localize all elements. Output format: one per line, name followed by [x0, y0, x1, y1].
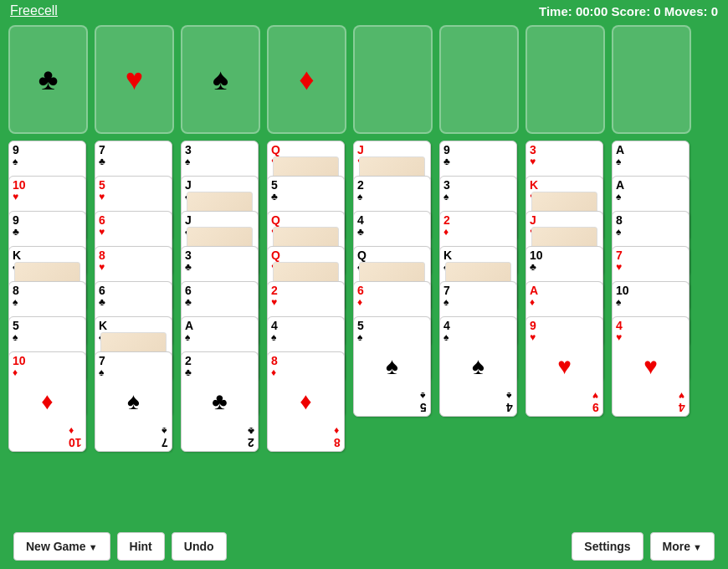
table-card[interactable]: ♠5♠5♠	[353, 316, 431, 417]
column-7: ♥3♥3♥👑K♥K♥♞J♥J♥♣10♣10♣♦A♦A♦♥9♥9♥	[525, 141, 605, 452]
undo-button[interactable]: Undo	[172, 532, 227, 561]
table-card[interactable]: ♥4♥4♥	[612, 316, 690, 417]
freecell-2[interactable]: ♥	[95, 25, 174, 134]
table-card[interactable]: ♠7♠7♠	[95, 351, 172, 452]
table-card[interactable]: ♠4♠4♠	[439, 316, 517, 417]
table-card[interactable]: ♥9♥9♥	[525, 316, 603, 417]
column-1: ♠9♠9♠♥10♥10♥♣9♣9♣👑K♣K♣♠8♠8♠♠5♠5♠♦10♦10♦	[8, 141, 88, 452]
foundation-2[interactable]	[439, 25, 519, 134]
tableau: ♠9♠9♠♥10♥10♥♣9♣9♣👑K♣K♣♠8♠8♠♠5♠5♠♦10♦10♦♣…	[8, 141, 720, 452]
bottom-bar: New Game Hint Undo Settings More	[0, 523, 728, 569]
column-8: ♠A♠A♠♠A♠A♠♠8♠8♠♥7♥7♥♠10♠10♠♥4♥4♥	[612, 141, 691, 452]
freecell-4[interactable]: ♦	[267, 25, 346, 134]
settings-button[interactable]: Settings	[572, 532, 643, 561]
table-card[interactable]: ♦10♦10♦	[8, 351, 86, 452]
left-buttons: New Game Hint Undo	[13, 532, 227, 561]
column-6: ♣9♣9♣♠3♠3♠♦2♦2♦👑K♠K♠♠7♠7♠♠4♠4♠	[439, 141, 519, 452]
hint-button[interactable]: Hint	[117, 532, 165, 561]
freecell-1[interactable]: ♣	[8, 25, 88, 134]
table-card[interactable]: ♦8♦8♦	[267, 351, 345, 452]
foundation-1[interactable]	[353, 25, 433, 134]
foundation-3[interactable]	[525, 25, 605, 134]
more-button[interactable]: More	[650, 532, 715, 561]
table-card[interactable]: ♣2♣2♣	[181, 351, 259, 452]
game-title[interactable]: Freecell	[10, 3, 58, 18]
column-4: ♛Q♥Q♥♣5♣5♣♛Q♥Q♥♛Q♥Q♥♥2♥2♥♠4♠4♠♦8♦8♦	[267, 141, 346, 452]
header: Freecell Time: 00:00 Score: 0 Moves: 0	[0, 0, 728, 22]
column-3: ♠3♠3♠♞J♣J♣♞J♣J♣♣3♣3♣♣6♣6♣♠A♠A♠♣2♣2♣	[181, 141, 260, 452]
column-5: ♞J♥J♥♠2♠2♠♣4♣4♣♛Q♠Q♠♦6♦6♦♠5♠5♠	[353, 141, 433, 452]
stats-display: Time: 00:00 Score: 0 Moves: 0	[539, 4, 718, 18]
right-buttons: Settings More	[572, 532, 715, 561]
freecell-3[interactable]: ♠	[181, 25, 260, 134]
top-row: ♣ ♥ ♠ ♦	[8, 25, 720, 134]
foundation-4[interactable]	[612, 25, 691, 134]
column-2: ♣7♣7♣♥5♥5♥♥6♥6♥♥8♥8♥♣6♣6♣👑K♣K♣♠7♠7♠	[95, 141, 174, 452]
game-area: ♣ ♥ ♠ ♦ ♠9♠9♠♥10♥10♥♣9♣9♣👑K♣K♣♠8♠8♠♠5♠5♠…	[0, 22, 728, 455]
new-game-button[interactable]: New Game	[13, 532, 110, 561]
